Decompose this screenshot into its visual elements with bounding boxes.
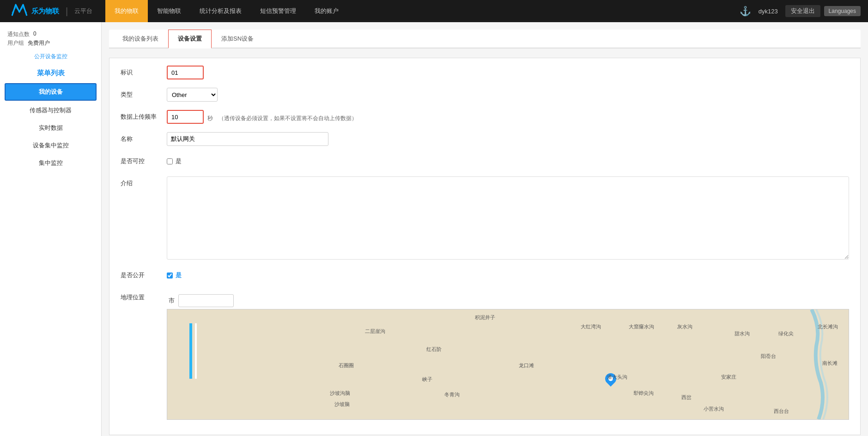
language-button[interactable]: Languages: [824, 6, 861, 16]
type-control: Other Gateway Sensor Controller: [167, 88, 849, 102]
geo-label: 地理位置: [121, 291, 167, 302]
map-bar-blue: [189, 323, 192, 379]
form-row-name: 名称: [121, 132, 849, 147]
map-label: 甜水沟: [734, 330, 750, 337]
intro-textarea[interactable]: [167, 176, 849, 260]
main-content: 我的设备列表 设备设置 添加SN设备 标识 类型 Other Gateway: [102, 22, 868, 436]
nav-item-stats[interactable]: 统计分析及报表: [190, 0, 251, 22]
sidebar-item-monitor[interactable]: 设备集中监控: [5, 138, 97, 153]
name-control: [167, 132, 849, 146]
map-label: 峡子: [422, 376, 432, 383]
username: dyk123: [755, 8, 782, 15]
layout: 通知点数 0 用户组 免费用户 公开设备监控 菜单列表 我的设备 传感器与控制器…: [0, 22, 868, 436]
controllable-checkbox[interactable]: [167, 158, 173, 164]
tab-device-list[interactable]: 我的设备列表: [113, 30, 168, 48]
nav-item-account[interactable]: 我的账户: [305, 0, 348, 22]
sidebar-info: 通知点数 0 用户组 免费用户: [0, 27, 101, 52]
public-checkbox-label: 是: [176, 271, 182, 279]
map-label: 积泥井子: [475, 314, 495, 321]
form-container: 标识 类型 Other Gateway Sensor Controller: [109, 58, 861, 435]
map-label: 大窟窿水沟: [629, 323, 654, 330]
top-nav: 乐为物联 | 云平台 我的物联 智能物联 统计分析及报表 短信预警管理 我的账户…: [0, 0, 868, 22]
logout-button[interactable]: 安全退出: [785, 5, 820, 17]
public-control: 是: [167, 268, 849, 279]
controllable-checkbox-label: 是: [176, 157, 182, 165]
notice-count: 0: [33, 30, 36, 38]
name-input[interactable]: [167, 132, 328, 146]
logo-cn: 乐为物联: [31, 7, 59, 16]
public-monitor-link[interactable]: 公开设备监控: [0, 52, 101, 64]
form-row-freq: 数据上传频率 秒 （透传设备必须设置，如果不设置将不会自动上传数据）: [121, 110, 849, 125]
map-label: 冬青沟: [444, 391, 460, 398]
map-label: 绿化尖: [778, 330, 794, 337]
user-group-label: 用户组: [7, 39, 24, 47]
freq-label: 数据上传频率: [121, 110, 167, 121]
map-inner: 积泥井子二层崖沟红石阶大红湾沟大窟窿水沟灰水沟甜水沟绿化尖北长滩沟石圈圈龙口滩阳…: [167, 309, 849, 419]
name-label: 名称: [121, 132, 167, 143]
map-container[interactable]: 积泥井子二层崖沟红石阶大红湾沟大窟窿水沟灰水沟甜水沟绿化尖北长滩沟石圈圈龙口滩阳…: [167, 309, 849, 420]
public-label: 是否公开: [121, 268, 167, 279]
map-label: 北长滩沟: [818, 323, 838, 330]
map-label: 安家庄: [721, 374, 736, 381]
map-label: 大红湾沟: [581, 323, 601, 330]
logo-sep: |: [66, 6, 68, 17]
map-label: 灰水沟: [677, 323, 692, 330]
map-label: 犁铧尖沟: [633, 390, 654, 397]
freq-unit: 秒: [207, 112, 213, 122]
id-label: 标识: [121, 66, 167, 77]
nav-item-sms[interactable]: 短信预警管理: [251, 0, 305, 22]
map-label: 西台台: [774, 408, 789, 415]
android-icon: ⚓: [740, 6, 751, 17]
sidebar-item-sensor[interactable]: 传感器与控制器: [5, 103, 97, 118]
city-text-label: 市: [169, 297, 175, 305]
map-label: 南长滩: [822, 360, 838, 367]
public-checkbox[interactable]: [167, 272, 173, 279]
map-label: 阳岙台: [761, 353, 776, 360]
freq-hint: （透传设备必须设置，如果不设置将不会自动上传数据）: [219, 112, 357, 122]
nav-right: ⚓ dyk123 安全退出 Languages: [740, 5, 864, 17]
logo-sub: 云平台: [74, 7, 92, 15]
geo-control: 市: [167, 291, 849, 420]
form-row-intro: 介绍: [121, 176, 849, 261]
user-group-value: 免费用户: [28, 39, 50, 47]
notice-label: 通知点数: [7, 30, 30, 38]
type-label: 类型: [121, 88, 167, 99]
map-label: 二层崖沟: [365, 328, 385, 335]
sidebar-item-central[interactable]: 集中监控: [5, 155, 97, 171]
freq-input[interactable]: [167, 110, 204, 124]
controllable-label: 是否可控: [121, 154, 167, 165]
form-row-type: 类型 Other Gateway Sensor Controller: [121, 88, 849, 103]
logo-area: 乐为物联 | 云平台: [4, 3, 105, 19]
form-row-id: 标识: [121, 66, 849, 80]
controllable-control: 是: [167, 154, 849, 165]
nav-items: 我的物联 智能物联 统计分析及报表 短信预警管理 我的账户: [105, 0, 740, 22]
map-label: 潘大头沟: [607, 374, 627, 381]
nav-item-smart-iot[interactable]: 智能物联: [148, 0, 190, 22]
logo-icon: [11, 3, 28, 19]
map-label: 龙口滩: [519, 362, 534, 369]
form-row-geo: 地理位置 市: [121, 291, 849, 420]
id-input[interactable]: [167, 66, 204, 79]
map-label: 小苦水沟: [704, 406, 724, 412]
tab-device-settings[interactable]: 设备设置: [168, 30, 212, 48]
intro-label: 介绍: [121, 176, 167, 188]
map-bar-white: [195, 323, 197, 379]
map-label: 红石阶: [426, 346, 442, 353]
type-select[interactable]: Other Gateway Sensor Controller: [167, 88, 218, 102]
city-row: 市: [167, 294, 849, 307]
menu-title: 菜单列表: [0, 64, 101, 81]
sidebar: 通知点数 0 用户组 免费用户 公开设备监控 菜单列表 我的设备 传感器与控制器…: [0, 22, 102, 436]
id-control: [167, 66, 849, 79]
sidebar-item-my-device[interactable]: 我的设备: [5, 83, 97, 101]
form-row-public: 是否公开 是: [121, 268, 849, 283]
intro-control: [167, 176, 849, 261]
map-label: 沙坡沟脑: [330, 390, 350, 397]
tabs: 我的设备列表 设备设置 添加SN设备: [109, 30, 861, 48]
sidebar-item-realtime[interactable]: 实时数据: [5, 120, 97, 136]
nav-item-my-iot[interactable]: 我的物联: [105, 0, 148, 22]
city-input[interactable]: [178, 294, 234, 307]
freq-control: 秒 （透传设备必须设置，如果不设置将不会自动上传数据）: [167, 110, 849, 124]
map-label: 石圈圈: [339, 362, 354, 369]
map-label: 西岔: [681, 394, 692, 401]
tab-add-sn[interactable]: 添加SN设备: [212, 30, 263, 48]
